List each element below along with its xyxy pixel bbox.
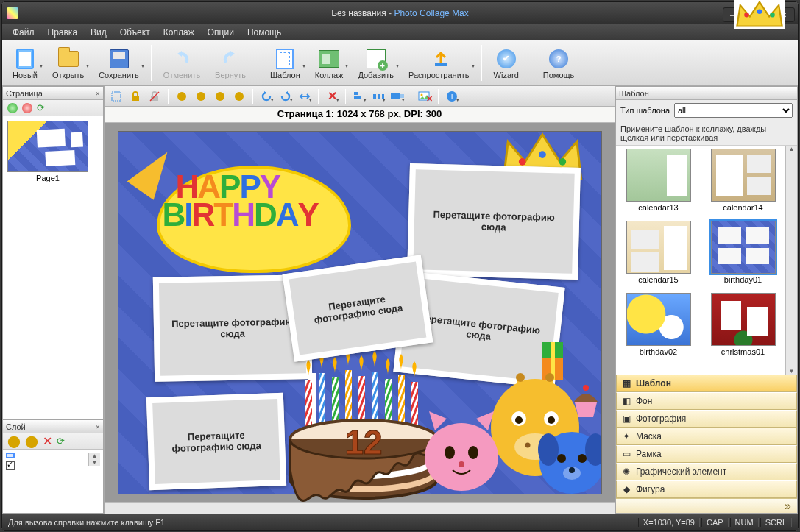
photo-placeholder-5[interactable]: Перетащите фотографию сюда: [146, 392, 286, 489]
accordion-icon: ◆: [621, 484, 631, 494]
add-label: Добавить: [358, 71, 394, 79]
menu-файл[interactable]: Файл: [7, 26, 40, 39]
accordion-Шаблон[interactable]: ▦Шаблон: [616, 375, 797, 392]
accordion-Графический элемент[interactable]: ✺Графический элемент: [616, 463, 797, 480]
canvas-h-scrollbar[interactable]: [105, 502, 615, 514]
dropdown-caret-icon[interactable]: ▾: [139, 45, 146, 69]
save-button[interactable]: Сохранить▾: [91, 40, 146, 85]
accordion-label: Шаблон: [636, 378, 671, 389]
template-birthdav02[interactable]: birthdav02: [619, 293, 698, 363]
menu-правка[interactable]: Правка: [42, 26, 84, 39]
dropdown-caret-icon[interactable]: ▾: [84, 45, 91, 69]
dropdown-caret-icon[interactable]: ▾: [38, 45, 45, 69]
ws-remove-image-button[interactable]: ✕: [416, 88, 433, 104]
happy-birthday-clipart[interactable]: HAPPY BIRTHDAY: [130, 136, 366, 283]
photo-placeholder-3[interactable]: Перетащите фотографию сюда: [282, 255, 433, 361]
photo-placeholder-1[interactable]: Перетащите фотографию сюда: [407, 163, 581, 279]
accordion-icon: ✺: [621, 467, 631, 477]
redo-button: Вернуть: [208, 40, 253, 85]
redo-label: Вернуть: [215, 71, 246, 79]
accordion-icon: ▦: [621, 378, 631, 389]
layers-scrollbar[interactable]: ▲▼: [88, 453, 100, 466]
layer-item[interactable]: [6, 453, 15, 458]
accordion-expand-button[interactable]: »: [616, 498, 797, 513]
ws-order-1-button[interactable]: [173, 88, 191, 104]
add-button[interactable]: Добавить▾: [350, 40, 401, 85]
refresh-layers-button[interactable]: ⟳: [57, 436, 65, 447]
ws-unlock-button[interactable]: [146, 88, 163, 104]
svg-rect-0: [435, 63, 447, 66]
menu-помощь[interactable]: Помощь: [241, 26, 287, 39]
layers-panel-title: Слой: [6, 422, 26, 431]
canvas-viewport[interactable]: HAPPY BIRTHDAY Перетащите фотографию сюд…: [105, 123, 615, 502]
accordion-Фон[interactable]: ◧Фон: [616, 392, 797, 410]
happy-birthday-text: HAPPY BIRTHDAY: [176, 173, 318, 230]
template-thumb: [626, 221, 691, 274]
template-thumb: [711, 221, 776, 274]
svg-point-3: [770, 13, 775, 18]
accordion-icon: ◧: [621, 396, 631, 406]
ws-fit-button[interactable]: ▾: [389, 88, 406, 104]
layer-down-button[interactable]: ⬤: [25, 434, 38, 448]
accordion-Рамка[interactable]: ▭Рамка: [616, 445, 797, 463]
dropdown-caret-icon[interactable]: ▾: [300, 45, 308, 69]
menu-опции[interactable]: Опции: [202, 26, 240, 39]
menu-объект[interactable]: Объект: [114, 26, 156, 39]
accordion-Фигура[interactable]: ◆Фигура: [616, 480, 797, 498]
layers-panel-close-icon[interactable]: ×: [96, 422, 100, 431]
canvas[interactable]: HAPPY BIRTHDAY Перетащите фотографию сюд…: [118, 132, 601, 494]
template-calendar13[interactable]: calendar13: [619, 149, 698, 219]
dropdown-caret-icon[interactable]: ▾: [343, 45, 350, 69]
layer-up-button[interactable]: ⬤: [7, 434, 21, 448]
ws-lock-button[interactable]: [127, 88, 144, 104]
page-thumb[interactable]: Page1: [7, 121, 88, 184]
new-button[interactable]: Новый▾: [5, 40, 45, 85]
add-page-button[interactable]: [7, 103, 18, 113]
ws-order-2-button[interactable]: [192, 88, 210, 104]
collage-button[interactable]: Коллаж▾: [308, 40, 351, 85]
ws-distribute-button[interactable]: ▾: [369, 88, 387, 104]
dropdown-caret-icon[interactable]: ▾: [470, 45, 477, 69]
ws-select-all-button[interactable]: [107, 88, 125, 104]
menu-коллаж[interactable]: Коллаж: [157, 26, 200, 39]
wizard-button[interactable]: ✔Wizard: [486, 40, 526, 85]
layer-visible-checkbox[interactable]: [6, 461, 15, 470]
template-calendar14[interactable]: calendar14: [704, 149, 782, 219]
accordion-Фотография[interactable]: ▣Фотография: [616, 410, 797, 428]
share-icon: [427, 47, 450, 71]
template-type-select[interactable]: all: [674, 103, 793, 118]
templates-panel-title: Шаблон: [619, 89, 649, 98]
save-label: Сохранить: [99, 71, 139, 79]
accordion-Маска[interactable]: ✦Маска: [616, 428, 797, 445]
pages-panel-close-icon[interactable]: ×: [96, 89, 100, 98]
templates-scrollbar[interactable]: ▲▼: [785, 146, 797, 375]
template-calendar15[interactable]: calendar15: [619, 221, 698, 291]
ws-delete-button[interactable]: ✕▾: [323, 88, 341, 104]
template-birthday01[interactable]: birthday01: [704, 221, 782, 291]
template-button[interactable]: Шаблон▾: [263, 40, 308, 85]
open-button[interactable]: Открыть▾: [45, 40, 91, 85]
template-type-label: Тип шаблона: [620, 106, 670, 115]
template-christmas01[interactable]: christmas01: [704, 293, 782, 363]
menu-вид[interactable]: Вид: [85, 26, 113, 39]
menu-bar: ФайлПравкаВидОбъектКоллажОпцииПомощь: [2, 24, 798, 40]
ws-order-4-button[interactable]: [230, 88, 248, 104]
animals-clipart[interactable]: [410, 339, 601, 494]
ws-order-3-button[interactable]: [211, 88, 229, 104]
accordion-label: Рамка: [636, 449, 662, 459]
layer-delete-button[interactable]: ✕: [43, 434, 52, 448]
ws-rotate-right-button[interactable]: ▾: [277, 88, 294, 104]
ws-flip-button[interactable]: ▾: [296, 88, 314, 104]
ws-rotate-left-button[interactable]: ▾: [258, 88, 275, 104]
ws-align-button[interactable]: ▾: [350, 88, 368, 104]
share-button[interactable]: Распространить▾: [401, 40, 477, 85]
title-bar: Без названия - Photo Collage Max — ▢ ✕: [2, 2, 798, 24]
help-button[interactable]: ?Помощь: [536, 40, 582, 85]
delete-page-button[interactable]: [22, 103, 32, 113]
svg-point-63: [445, 446, 455, 459]
dropdown-caret-icon[interactable]: ▾: [394, 45, 401, 69]
ws-info-button[interactable]: i▾: [443, 88, 461, 104]
svg-point-2: [757, 10, 762, 15]
accordion-label: Фотография: [636, 414, 686, 424]
refresh-pages-button[interactable]: ⟳: [37, 102, 45, 113]
